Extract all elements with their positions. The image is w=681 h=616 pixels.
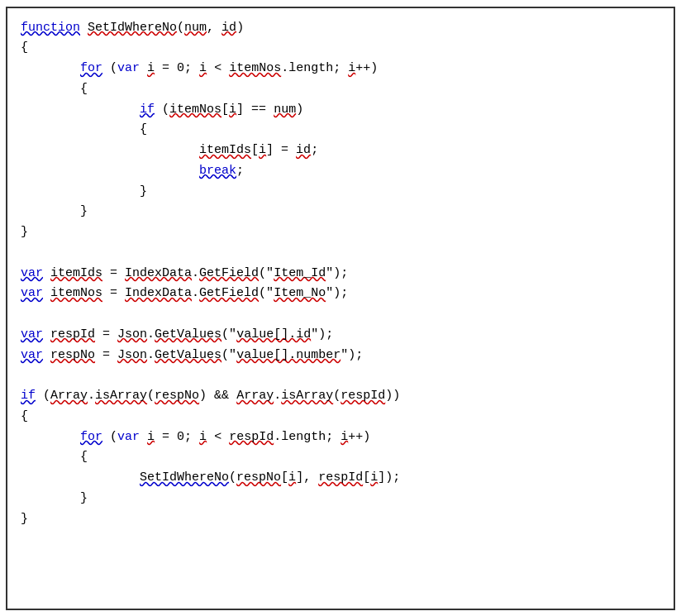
- code-line-11: }: [21, 222, 660, 243]
- code-line-7: itemIds[i] = id;: [21, 141, 660, 161]
- code-line-1: function SetIdWhereNo(num, id): [21, 18, 660, 39]
- code-line-16: var respId = Json.GetValues("value[].id"…: [21, 325, 660, 346]
- code-line-8: break;: [21, 161, 660, 182]
- code-line-13: var itemIds = IndexData.GetField("Item_I…: [21, 264, 660, 284]
- code-editor: function SetIdWhereNo(num, id) { for (va…: [6, 7, 675, 610]
- code-line-19: if (Array.isArray(respNo) && Array.isArr…: [21, 386, 660, 407]
- code-line-6: {: [21, 120, 660, 141]
- code-line-2: {: [21, 38, 660, 59]
- code-line-23: SetIdWhereNo(respNo[i], respId[i]);: [21, 468, 660, 489]
- empty-line-3: [21, 365, 660, 386]
- code-line-21: for (var i = 0; i < respId.length; i++): [21, 427, 660, 448]
- empty-line-1: [21, 243, 660, 264]
- empty-line-2: [21, 304, 660, 325]
- code-line-24: }: [21, 489, 660, 509]
- code-line-5: if (itemNos[i] == num): [21, 100, 660, 121]
- code-line-17: var respNo = Json.GetValues("value[].num…: [21, 346, 660, 366]
- code-line-4: {: [21, 79, 660, 100]
- code-line-3: for (var i = 0; i < itemNos.length; i++): [21, 59, 660, 79]
- code-line-10: }: [21, 202, 660, 222]
- code-line-9: }: [21, 182, 660, 203]
- code-line-20: {: [21, 407, 660, 427]
- code-line-25: }: [21, 509, 660, 530]
- code-line-14: var itemNos = IndexData.GetField("Item_N…: [21, 284, 660, 304]
- code-line-22: {: [21, 447, 660, 468]
